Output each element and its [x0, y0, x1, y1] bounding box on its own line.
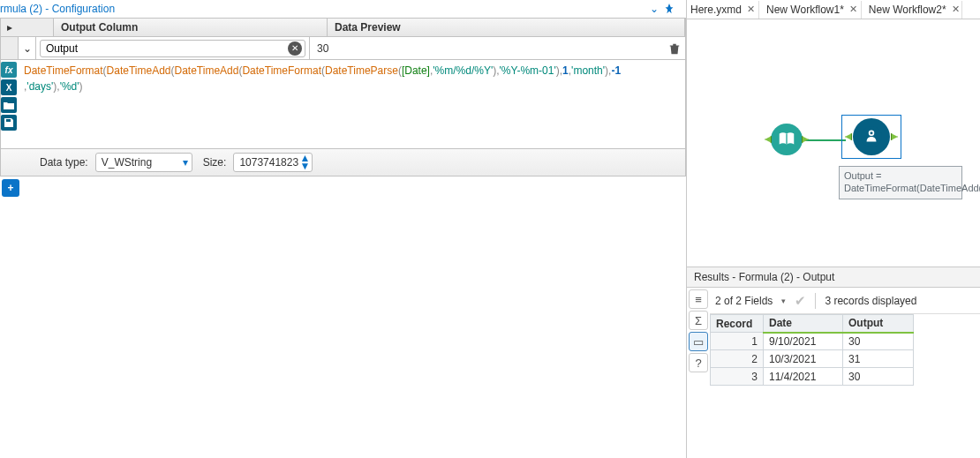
column-spacer	[19, 19, 54, 36]
size-value: 1073741823	[239, 156, 298, 169]
workflow-tabbar: Here.yxmd ✕ New Workflow1* ✕ New Workflo…	[687, 0, 980, 19]
tab-label: Here.yxmd	[690, 4, 742, 16]
workflow-canvas[interactable]: Output = DateTimeFormat(DateTimeAdd(Date…	[687, 19, 980, 267]
workflow-tab[interactable]: Here.yxmd ✕	[689, 1, 759, 19]
fx-functions-icon[interactable]: fx	[1, 62, 17, 78]
right-pane: Here.yxmd ✕ New Workflow1* ✕ New Workflo…	[687, 0, 980, 458]
expression-row: fx X DateTimeFormat(DateTimeAdd(DateTime…	[0, 60, 686, 148]
configuration-panel: rmula (2) - Configuration ⌄ ▸ Output Col…	[0, 0, 687, 458]
table-row[interactable]: 311/4/202130	[711, 368, 914, 386]
svg-point-3	[870, 131, 872, 134]
cell-date: 9/10/2021	[764, 333, 843, 350]
results-help-icon[interactable]: ?	[689, 353, 708, 372]
results-panel: ≡ Σ ▭ ? 2 of 2 Fields ▾ ✔ 3 records disp…	[687, 288, 980, 386]
results-table: Record Date Output 19/10/202130210/3/202…	[710, 314, 914, 386]
row-expand-chevron-icon[interactable]: ⌄	[19, 37, 36, 59]
col-header-record[interactable]: Record	[711, 315, 764, 333]
cell-date: 10/3/2021	[764, 350, 843, 368]
formula-field-row: ⌄ ✕ 30	[0, 37, 686, 60]
svg-rect-0	[6, 119, 11, 122]
cell-output: 31	[843, 350, 914, 368]
clear-input-icon[interactable]: ✕	[288, 41, 302, 56]
node-input-pin-icon[interactable]	[765, 136, 772, 143]
datatype-label: Data type:	[4, 156, 90, 169]
datatype-value: V_WString	[102, 156, 152, 169]
cell-date: 11/4/2021	[764, 368, 843, 386]
tab-close-icon[interactable]: ✕	[747, 4, 755, 15]
configuration-titlebar: rmula (2) - Configuration ⌄	[0, 0, 686, 18]
records-summary: 3 records displayed	[825, 295, 916, 307]
tool-annotation: Output = DateTimeFormat(DateTimeAdd(Date…	[839, 166, 962, 199]
workflow-tab[interactable]: New Workflow2* ✕	[862, 1, 962, 19]
output-column-input[interactable]	[40, 40, 305, 57]
expression-editor[interactable]: DateTimeFormat(DateTimeAdd(DateTimeAdd(D…	[19, 60, 685, 148]
fields-dropdown-icon[interactable]: ▾	[781, 297, 786, 305]
formula-grid-header: ▸ Output Column Data Preview	[0, 18, 686, 37]
node-input-pin-icon[interactable]	[845, 133, 852, 140]
add-formula-button[interactable]: +	[2, 179, 19, 197]
collapse-all-icon[interactable]: ▸	[1, 19, 19, 36]
cell-record: 3	[711, 368, 764, 386]
col-header-date[interactable]: Date	[764, 315, 843, 333]
formula-tool-icon	[853, 118, 890, 155]
fields-summary: 2 of 2 Fields	[715, 295, 773, 307]
row-toggle-icon[interactable]	[1, 37, 19, 59]
tab-close-icon[interactable]: ✕	[849, 4, 857, 15]
workflow-tab[interactable]: New Workflow1* ✕	[759, 1, 862, 19]
toolbar-divider	[815, 293, 816, 309]
datatype-select[interactable]: V_WString ▾	[95, 153, 192, 172]
col-header-output[interactable]: Output	[843, 315, 914, 333]
node-output-pin-icon[interactable]	[802, 136, 809, 143]
configuration-title: rmula (2) - Configuration	[0, 3, 645, 15]
header-data-preview: Data Preview	[328, 19, 685, 36]
results-sigma-icon[interactable]: Σ	[689, 311, 708, 330]
cell-record: 1	[711, 333, 764, 350]
cell-output: 30	[843, 333, 914, 350]
apply-check-icon[interactable]: ✔	[795, 293, 806, 309]
spin-down-icon[interactable]: ▼	[300, 162, 311, 170]
tab-close-icon[interactable]: ✕	[952, 4, 960, 15]
results-toolbar: 2 of 2 Fields ▾ ✔ 3 records displayed	[710, 288, 980, 314]
data-preview-value: 30	[310, 37, 664, 59]
open-expression-icon[interactable]	[1, 97, 17, 113]
formula-tool-node[interactable]	[841, 115, 901, 159]
tab-label: New Workflow2*	[869, 4, 946, 16]
text-input-tool-icon	[771, 124, 803, 155]
size-input[interactable]: 1073741823 ▲▼	[233, 153, 313, 172]
input-tool-node[interactable]	[765, 124, 809, 155]
delete-row-icon[interactable]	[664, 37, 685, 59]
results-data-icon[interactable]: ▭	[689, 332, 708, 351]
results-view-switcher: ≡ Σ ▭ ?	[687, 288, 710, 386]
table-row[interactable]: 210/3/202131	[711, 350, 914, 368]
dropdown-arrow-icon: ▾	[183, 156, 188, 169]
table-row[interactable]: 19/10/202130	[711, 333, 914, 350]
save-expression-icon[interactable]	[1, 115, 17, 131]
expression-palette: fx X	[1, 60, 19, 148]
size-spinner[interactable]: ▲▼	[300, 154, 311, 170]
columns-icon[interactable]: X	[1, 79, 17, 95]
pin-icon[interactable]	[663, 3, 681, 15]
size-label: Size:	[198, 156, 229, 169]
cell-output: 30	[843, 368, 914, 386]
results-panel-title: Results - Formula (2) - Output	[687, 267, 980, 288]
results-hamburger-icon[interactable]: ≡	[689, 289, 708, 309]
node-output-pin-icon[interactable]	[891, 133, 898, 140]
panel-collapse-chevron-icon[interactable]: ⌄	[645, 3, 663, 15]
header-output-column: Output Column	[54, 19, 328, 36]
tab-label: New Workflow1*	[766, 4, 844, 16]
cell-record: 2	[711, 350, 764, 368]
datatype-row: Data type: V_WString ▾ Size: 1073741823 …	[0, 148, 686, 176]
